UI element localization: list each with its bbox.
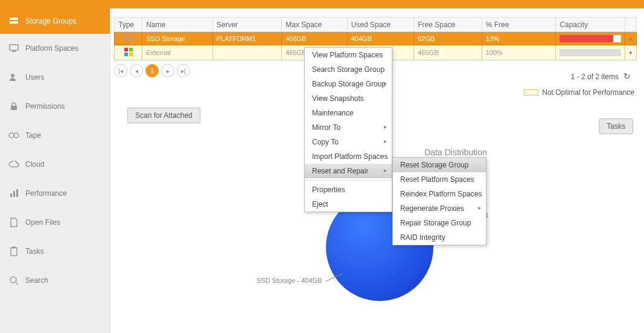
sidebar-label: Users xyxy=(25,73,44,82)
menu-item[interactable]: Properties xyxy=(305,183,392,197)
svg-rect-17 xyxy=(123,39,135,41)
svg-rect-10 xyxy=(16,189,18,197)
sidebar-item-tasks[interactable]: Tasks xyxy=(0,237,110,266)
users-icon xyxy=(7,73,21,82)
search-icon xyxy=(7,276,21,285)
svg-rect-1 xyxy=(10,21,18,24)
svg-point-6 xyxy=(9,133,14,138)
server-cell: PLATFORM1 xyxy=(212,32,282,45)
menu-item[interactable]: Copy To xyxy=(305,135,392,149)
col-cap[interactable]: Capacity xyxy=(556,18,625,32)
free-cell: 465GB xyxy=(414,45,482,60)
clipboard-icon xyxy=(7,247,21,256)
svg-point-13 xyxy=(10,277,16,283)
svg-rect-3 xyxy=(12,51,16,52)
menu-item[interactable]: View Snapshots xyxy=(305,91,392,106)
svg-rect-21 xyxy=(129,53,133,56)
sidebar-label: Open Files xyxy=(25,218,60,227)
sidebar-label: Storage Groups xyxy=(25,17,77,25)
pager-page[interactable]: 1 xyxy=(145,64,159,77)
sidebar-item-permissions[interactable]: Permissions xyxy=(0,92,110,121)
legend-swatch xyxy=(524,89,538,95)
page-info: 1 - 2 of 2 items xyxy=(571,73,619,81)
col-server[interactable]: Server xyxy=(212,18,282,32)
sidebar-label: Tape xyxy=(25,131,41,140)
sidebar-label: Platform Spaces xyxy=(25,44,78,53)
svg-rect-5 xyxy=(11,106,17,110)
sidebar-item-cloud[interactable]: Cloud xyxy=(0,150,110,179)
svg-rect-19 xyxy=(129,48,133,51)
type-cell xyxy=(115,45,142,60)
col-max[interactable]: Max Space xyxy=(282,18,348,32)
menu-item[interactable]: Import Platform Spaces xyxy=(305,149,392,164)
sidebar-label: Performance xyxy=(25,189,67,198)
col-free[interactable]: Free Space xyxy=(414,18,482,32)
submenu-item[interactable]: Repair Storage Group xyxy=(393,216,486,230)
table-row[interactable]: SSD Storage PLATFORM1 466GB 404GB 62GB 1… xyxy=(115,32,637,45)
svg-rect-20 xyxy=(124,53,128,56)
storage-icon xyxy=(7,16,21,26)
pager-first[interactable]: |◂ xyxy=(114,64,127,77)
pager-prev[interactable]: ◂ xyxy=(130,64,143,77)
submenu-item[interactable]: Reset Platform Spaces xyxy=(393,172,486,187)
scroll-up[interactable]: ▴ xyxy=(625,32,636,45)
sidebar-item-storage-groups[interactable]: Storage Groups xyxy=(0,8,110,34)
sidebar-item-platform-spaces[interactable]: Platform Spaces xyxy=(0,34,110,63)
svg-rect-12 xyxy=(12,247,16,248)
legend-text: Not Optimal for Performance xyxy=(542,88,634,97)
svg-line-14 xyxy=(16,282,18,285)
free-cell: 62GB xyxy=(414,32,482,45)
used-cell: 404GB xyxy=(347,32,414,45)
col-pct[interactable]: % Free xyxy=(482,18,556,32)
pager-next[interactable]: ▸ xyxy=(161,64,174,77)
legend: Not Optimal for Performance xyxy=(524,88,634,97)
menu-item[interactable]: View Platform Spaces xyxy=(305,48,392,62)
file-icon xyxy=(7,218,21,227)
name-cell: External xyxy=(142,45,213,60)
sidebar-label: Search xyxy=(25,276,48,285)
name-cell: SSD Storage xyxy=(142,32,213,45)
pager-last[interactable]: ▸| xyxy=(177,64,190,77)
menu-item[interactable]: Mirror To xyxy=(305,120,392,135)
context-submenu: Reset Storage GroupReset Platform Spaces… xyxy=(392,157,486,245)
menu-item[interactable]: Backup Storage Group xyxy=(305,77,392,91)
sidebar-label: Permissions xyxy=(25,102,65,111)
menu-item[interactable]: Search Storage Group xyxy=(305,62,392,77)
submenu-item[interactable]: Reindex Platform Spaces xyxy=(393,187,486,201)
col-name[interactable]: Name xyxy=(142,18,213,32)
svg-rect-11 xyxy=(11,248,17,256)
sidebar-item-open-files[interactable]: Open Files xyxy=(0,208,110,237)
scroll-down[interactable]: ▾ xyxy=(625,45,636,60)
pie-label-1: SSD Storage - 404GB xyxy=(257,277,322,284)
sidebar-item-tape[interactable]: Tape xyxy=(0,121,110,150)
col-used[interactable]: Used Space xyxy=(347,18,414,32)
menu-item[interactable]: Maintenance xyxy=(305,106,392,120)
tape-icon xyxy=(7,132,21,139)
svg-rect-0 xyxy=(10,18,18,20)
sidebar-label: Tasks xyxy=(25,247,44,256)
svg-rect-18 xyxy=(124,48,128,51)
refresh-icon[interactable]: ↻ xyxy=(623,71,634,82)
menu-item[interactable]: Reset and Repair xyxy=(305,164,392,178)
submenu-item[interactable]: RAID Integrity xyxy=(393,230,486,245)
type-cell xyxy=(115,32,142,45)
menu-item[interactable]: Eject xyxy=(305,197,392,212)
svg-rect-15 xyxy=(123,34,135,36)
sidebar: Storage Groups Platform Spaces Users Per… xyxy=(0,8,110,333)
sidebar-label: Cloud xyxy=(25,160,44,169)
pct-cell: 100% xyxy=(482,45,556,60)
scan-button[interactable]: Scan for Attached xyxy=(127,108,200,123)
monitor-icon xyxy=(7,44,21,53)
tasks-button[interactable]: Tasks xyxy=(599,118,633,134)
submenu-item[interactable]: Regenerate Proxies xyxy=(393,201,486,216)
sidebar-item-users[interactable]: Users xyxy=(0,63,110,92)
capacity-cell xyxy=(556,45,625,60)
submenu-item[interactable]: Reset Storage Group xyxy=(393,158,486,172)
svg-rect-9 xyxy=(13,191,15,197)
sidebar-item-performance[interactable]: Performance xyxy=(0,179,110,208)
svg-point-7 xyxy=(14,133,19,138)
col-type[interactable]: Type xyxy=(115,18,142,32)
svg-point-4 xyxy=(11,74,14,77)
svg-rect-8 xyxy=(10,193,12,197)
sidebar-item-search[interactable]: Search xyxy=(0,266,110,295)
